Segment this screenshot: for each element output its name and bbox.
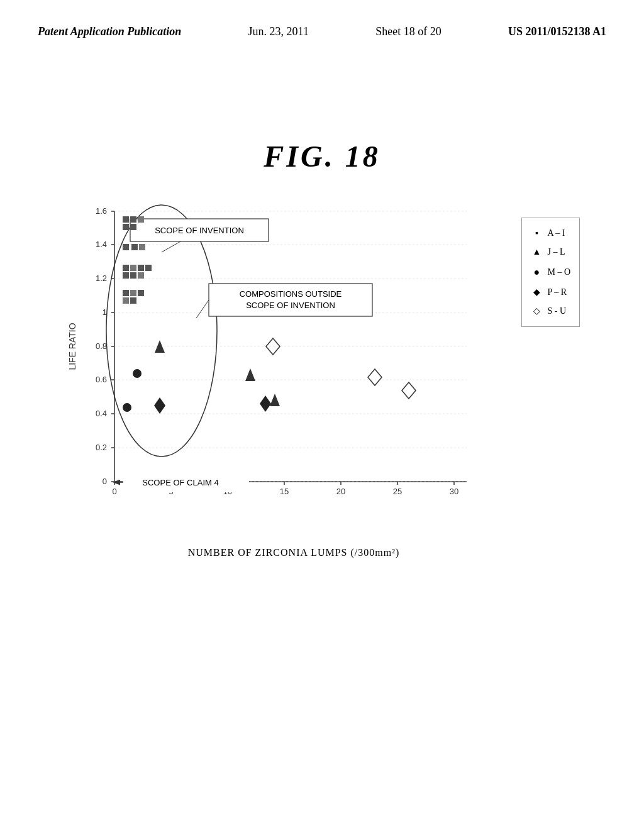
svg-rect-68 xyxy=(123,297,129,304)
header-patent: US 2011/0152138 A1 xyxy=(508,25,606,38)
legend-item-pr: ◆ P – R xyxy=(531,284,570,301)
svg-text:0.4: 0.4 xyxy=(96,409,107,418)
legend-symbol-su: ◇ xyxy=(531,302,542,320)
svg-rect-58 xyxy=(123,265,129,271)
svg-text:20: 20 xyxy=(336,487,345,496)
svg-rect-66 xyxy=(130,290,136,296)
svg-rect-52 xyxy=(138,216,144,223)
header-sheet: Sheet 18 of 20 xyxy=(375,25,441,38)
compositions-label-line1: COMPOSITIONS OUTSIDE xyxy=(240,289,342,299)
svg-marker-73 xyxy=(260,396,271,412)
svg-text:15: 15 xyxy=(280,487,289,496)
svg-text:0.6: 0.6 xyxy=(96,375,107,384)
svg-text:0.2: 0.2 xyxy=(96,443,107,452)
legend-label-pr: P – R xyxy=(547,284,567,301)
legend-symbol-pr: ◆ xyxy=(531,284,542,301)
legend-symbol-jl: ▲ xyxy=(531,243,542,261)
publication-label: Patent Application Publication xyxy=(38,25,181,38)
data-point-mo xyxy=(133,369,142,378)
svg-rect-51 xyxy=(130,216,136,223)
scope-claim-label: SCOPE OF CLAIM 4 xyxy=(142,478,218,487)
legend-label-jl: J – L xyxy=(547,243,565,261)
compositions-label-line2: SCOPE OF INVENTION xyxy=(246,301,335,310)
svg-line-47 xyxy=(196,300,209,318)
svg-rect-65 xyxy=(123,290,129,296)
svg-text:0: 0 xyxy=(112,487,116,496)
svg-marker-71 xyxy=(270,394,280,406)
x-axis-label: NUMBER OF ZIRCONIA LUMPS (/300mm²) xyxy=(114,547,473,558)
legend-item-jl: ▲ J – L xyxy=(531,243,570,261)
legend-symbol-ai: ▪ xyxy=(531,224,542,242)
svg-rect-54 xyxy=(130,224,136,230)
svg-point-72 xyxy=(123,403,131,412)
chart-container: 0 0.2 0.4 0.6 0.8 1 1.2 xyxy=(64,192,580,558)
svg-line-45 xyxy=(162,241,180,252)
svg-rect-64 xyxy=(138,272,144,279)
svg-text:25: 25 xyxy=(393,487,402,496)
svg-text:0: 0 xyxy=(103,477,107,486)
y-axis-label: LIFE RATIO xyxy=(67,323,77,370)
svg-rect-46 xyxy=(209,284,372,316)
legend-label-su: S - U xyxy=(547,302,566,320)
legend-item-ai: ▪ A – I xyxy=(531,224,570,242)
svg-marker-75 xyxy=(402,382,416,399)
svg-text:1.4: 1.4 xyxy=(96,240,107,249)
svg-text:30: 30 xyxy=(450,487,458,496)
svg-text:1.2: 1.2 xyxy=(96,274,107,283)
svg-text:0.8: 0.8 xyxy=(96,341,107,351)
svg-rect-63 xyxy=(130,272,136,279)
legend-label-mo: M – O xyxy=(547,263,570,281)
legend-symbol-mo: ● xyxy=(531,262,542,282)
scope-invention-label: SCOPE OF INVENTION xyxy=(155,226,244,235)
data-point-ai xyxy=(123,216,129,223)
figure-title: FIG. 18 xyxy=(0,139,644,174)
chart-svg: 0 0.2 0.4 0.6 0.8 1 1.2 xyxy=(64,192,580,545)
svg-rect-62 xyxy=(123,272,129,279)
legend-item-su: ◇ S - U xyxy=(531,302,570,320)
header: Patent Application Publication Jun. 23, … xyxy=(0,0,644,38)
svg-rect-69 xyxy=(130,297,136,304)
header-date: Jun. 23, 2011 xyxy=(248,25,309,38)
svg-marker-74 xyxy=(368,369,382,385)
svg-rect-53 xyxy=(123,224,129,230)
legend-item-mo: ● M – O xyxy=(531,262,570,282)
legend: ▪ A – I ▲ J – L ● M – O ◆ P – R ◇ S - U xyxy=(521,218,580,327)
svg-rect-60 xyxy=(138,265,144,271)
svg-rect-56 xyxy=(139,244,145,250)
svg-rect-55 xyxy=(131,244,138,250)
svg-point-43 xyxy=(106,205,217,456)
data-point-pr xyxy=(154,397,165,414)
svg-rect-59 xyxy=(130,265,136,271)
legend-label-ai: A – I xyxy=(547,224,565,242)
svg-rect-57 xyxy=(123,244,129,250)
svg-rect-67 xyxy=(138,290,144,296)
svg-marker-70 xyxy=(245,368,255,381)
svg-rect-61 xyxy=(145,265,152,271)
svg-text:1.6: 1.6 xyxy=(96,206,107,216)
